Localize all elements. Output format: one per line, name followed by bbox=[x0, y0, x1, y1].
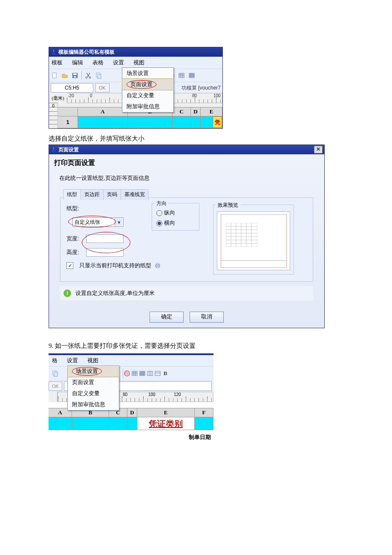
ruler-unit: (毫米) bbox=[49, 95, 67, 101]
menu-view[interactable]: 视图 bbox=[87, 357, 98, 364]
print-icon[interactable]: 印 bbox=[123, 370, 131, 377]
menu-item-approval[interactable]: 附加审批信息 bbox=[122, 101, 173, 112]
grid-icon[interactable] bbox=[178, 72, 185, 79]
svg-rect-7 bbox=[98, 74, 101, 78]
printer-icon bbox=[154, 262, 161, 269]
java-icon bbox=[51, 49, 57, 55]
menu-view[interactable]: 视图 bbox=[133, 59, 144, 66]
width-label: 宽度: bbox=[66, 235, 86, 243]
ruler-tick: 0 bbox=[90, 93, 92, 98]
grid-icon[interactable] bbox=[131, 370, 138, 377]
cell-row[interactable]: 凭 bbox=[78, 116, 222, 128]
orientation-group: 方向 纵向 横向 bbox=[152, 203, 199, 231]
menu-item-scene[interactable]: 场景设置 bbox=[122, 68, 173, 79]
menu-template[interactable]: 模板 bbox=[52, 59, 63, 66]
page-setup-dialog: 页面设置 ✕ 打印页面设置 在此统一设置纸型,页边距等页面信息 纸型 页边距 页… bbox=[49, 145, 325, 328]
preview-panel: 效果预览 bbox=[213, 205, 294, 275]
svg-point-5 bbox=[89, 77, 91, 78]
checkbox-label: 只显示当前打印机支持的纸型 bbox=[79, 262, 151, 269]
preview-label: 效果预览 bbox=[215, 202, 241, 209]
show-supported-checkbox[interactable]: ✔ bbox=[66, 262, 73, 269]
ruler-tick: 80 bbox=[192, 93, 197, 98]
svg-rect-2 bbox=[73, 73, 77, 75]
col-header[interactable]: D bbox=[127, 408, 137, 417]
menubar: 格 设置 视图 bbox=[49, 355, 213, 366]
save-icon[interactable] bbox=[71, 72, 79, 79]
paper-type-select[interactable]: ▾ bbox=[72, 217, 124, 227]
menu-settings[interactable]: 设置 bbox=[67, 357, 78, 364]
dialog-heading: 打印页面设置 bbox=[53, 157, 320, 168]
col-header[interactable]: D bbox=[191, 107, 201, 116]
hint-row: i 设置自定义纸张高度,单位为厘米 bbox=[60, 286, 313, 301]
menubar: 模板 编辑 表格 设置 视图 bbox=[49, 57, 222, 69]
svg-rect-3 bbox=[74, 76, 76, 78]
step-9-text: 9. 如一张纸上需要打印多张凭证，需要选择分页设置 bbox=[49, 342, 343, 350]
row-header[interactable]: 1 bbox=[58, 116, 78, 128]
menu-item-custom-var[interactable]: 自定义变量 bbox=[122, 90, 173, 101]
svg-rect-36 bbox=[147, 371, 153, 376]
menu-item-custom-var[interactable]: 自定义变量 bbox=[68, 388, 119, 399]
menu-table[interactable]: 表格 bbox=[92, 59, 104, 66]
cancel-button[interactable]: 取消 bbox=[190, 312, 224, 323]
tab-pagenum[interactable]: 页码 bbox=[103, 189, 121, 200]
col-header[interactable]: F bbox=[195, 408, 213, 417]
svg-point-4 bbox=[86, 77, 87, 78]
col-header[interactable]: E bbox=[201, 107, 222, 116]
tab-linewidth[interactable]: 基准线宽 bbox=[121, 189, 149, 200]
ok-button[interactable]: 确定 bbox=[150, 312, 184, 323]
paper-type-value[interactable] bbox=[73, 218, 115, 226]
col-header[interactable]: C bbox=[173, 107, 191, 116]
menu-item-approval[interactable]: 附加审批信息 bbox=[68, 399, 119, 410]
tab-paper[interactable]: 纸型 bbox=[63, 189, 81, 200]
svg-rect-34 bbox=[132, 371, 137, 376]
grid3-icon[interactable] bbox=[146, 370, 154, 377]
svg-rect-14 bbox=[156, 266, 159, 268]
tab-panel: 纸型 页边距 页码 基准线宽 纸型: ▾ bbox=[60, 197, 313, 282]
grid4-icon[interactable] bbox=[154, 370, 161, 377]
new-icon[interactable] bbox=[51, 72, 58, 79]
caption-custom-paper: 选择自定义纸张，并填写纸张大小 bbox=[49, 135, 343, 143]
copy-icon[interactable] bbox=[95, 72, 102, 79]
titlebar: 模板编辑器公司私有模板 bbox=[49, 47, 222, 57]
cell-row[interactable]: 凭证类别 bbox=[49, 417, 213, 430]
radio-landscape[interactable] bbox=[156, 220, 162, 226]
ruler-tick: -20 bbox=[68, 93, 74, 98]
width-input[interactable] bbox=[86, 234, 124, 243]
ok-button[interactable]: OK bbox=[49, 382, 62, 391]
copy-icon[interactable] bbox=[51, 370, 59, 377]
paper-label: 纸型: bbox=[66, 205, 88, 212]
grid2-icon[interactable] bbox=[188, 72, 196, 79]
height-input[interactable] bbox=[86, 248, 124, 257]
make-date-label: 制单日期 bbox=[49, 430, 213, 441]
col-header[interactable]: E bbox=[137, 408, 195, 417]
cell-ref-input[interactable]: C5:H5 bbox=[51, 83, 93, 92]
open-icon[interactable] bbox=[61, 72, 69, 79]
voucher-badge: 凭 bbox=[213, 116, 222, 128]
cut-icon[interactable] bbox=[84, 72, 92, 79]
col-header[interactable]: A bbox=[78, 107, 128, 116]
ok-button[interactable]: OK bbox=[95, 83, 110, 92]
preview-page bbox=[217, 211, 290, 270]
bold-icon[interactable]: B bbox=[161, 370, 169, 377]
grid2-icon[interactable] bbox=[138, 370, 146, 377]
vertical-ruler: 0 bbox=[49, 103, 58, 128]
height-label: 高度: bbox=[66, 249, 86, 256]
svg-rect-31 bbox=[54, 372, 58, 376]
radio-portrait[interactable] bbox=[156, 210, 162, 216]
menu-table[interactable]: 格 bbox=[52, 357, 58, 364]
menu-item-page-setup[interactable]: 页面设置 bbox=[68, 377, 119, 388]
svg-rect-37 bbox=[155, 371, 160, 376]
hint-text: 设置自定义纸张高度,单位为厘米 bbox=[75, 289, 155, 297]
menu-settings[interactable]: 设置 bbox=[113, 59, 124, 66]
settings-menu-popup: 场景设置 页面设置 自定义变量 附加审批信息 bbox=[122, 67, 174, 113]
chevron-down-icon[interactable]: ▾ bbox=[115, 218, 123, 226]
close-icon[interactable]: ✕ bbox=[314, 146, 323, 153]
menu-item-page-setup[interactable]: 页面设置 bbox=[122, 78, 174, 90]
svg-rect-0 bbox=[52, 73, 56, 78]
tab-margin[interactable]: 页边距 bbox=[81, 189, 104, 200]
menu-item-scene[interactable]: 场景设置 bbox=[67, 365, 119, 377]
menu-edit[interactable]: 编辑 bbox=[72, 59, 83, 66]
svg-text:印: 印 bbox=[125, 372, 129, 376]
ruler-tick: 100 bbox=[213, 93, 221, 98]
info-icon: i bbox=[63, 289, 71, 297]
